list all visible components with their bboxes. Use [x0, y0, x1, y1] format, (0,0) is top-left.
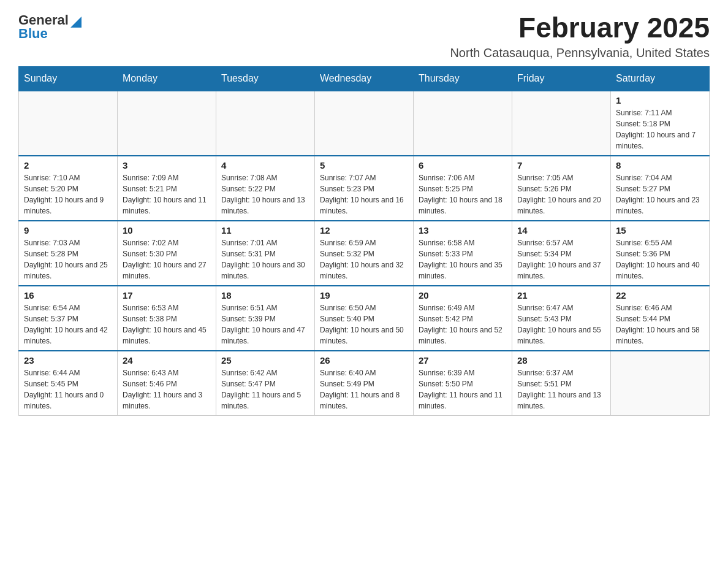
calendar-cell: 27Sunrise: 6:39 AMSunset: 5:50 PMDayligh… [414, 351, 512, 416]
logo-triangle-icon [70, 14, 82, 28]
day-info: Sunrise: 6:58 AMSunset: 5:33 PMDaylight:… [419, 237, 507, 282]
calendar-cell: 18Sunrise: 6:51 AMSunset: 5:39 PMDayligh… [216, 286, 315, 351]
month-title: February 2025 [450, 12, 710, 44]
weekday-header-tuesday: Tuesday [216, 66, 315, 91]
calendar-cell: 3Sunrise: 7:09 AMSunset: 5:21 PMDaylight… [118, 156, 216, 221]
day-info: Sunrise: 7:09 AMSunset: 5:21 PMDaylight:… [123, 172, 211, 216]
day-info: Sunrise: 6:39 AMSunset: 5:50 PMDaylight:… [419, 367, 507, 412]
day-info: Sunrise: 6:53 AMSunset: 5:38 PMDaylight:… [123, 302, 211, 347]
day-number: 13 [419, 225, 507, 236]
location-subtitle: North Catasauqua, Pennsylvania, United S… [450, 46, 710, 60]
day-number: 19 [320, 290, 408, 301]
day-number: 20 [419, 290, 507, 301]
day-info: Sunrise: 7:04 AMSunset: 5:27 PMDaylight:… [616, 172, 704, 216]
day-info: Sunrise: 6:50 AMSunset: 5:40 PMDaylight:… [320, 302, 408, 347]
day-info: Sunrise: 6:40 AMSunset: 5:49 PMDaylight:… [320, 367, 408, 412]
calendar-week-5: 23Sunrise: 6:44 AMSunset: 5:45 PMDayligh… [19, 351, 710, 416]
day-info: Sunrise: 6:43 AMSunset: 5:46 PMDaylight:… [123, 367, 211, 412]
day-number: 8 [616, 160, 704, 170]
day-number: 24 [123, 355, 211, 366]
calendar-cell: 13Sunrise: 6:58 AMSunset: 5:33 PMDayligh… [414, 221, 512, 286]
calendar-cell: 4Sunrise: 7:08 AMSunset: 5:22 PMDaylight… [216, 156, 315, 221]
day-info: Sunrise: 7:01 AMSunset: 5:31 PMDaylight:… [221, 237, 309, 282]
calendar-cell: 10Sunrise: 7:02 AMSunset: 5:30 PMDayligh… [118, 221, 216, 286]
day-info: Sunrise: 7:02 AMSunset: 5:30 PMDaylight:… [123, 237, 211, 282]
day-number: 11 [221, 225, 309, 236]
day-number: 14 [517, 225, 605, 236]
day-info: Sunrise: 6:57 AMSunset: 5:34 PMDaylight:… [517, 237, 605, 282]
calendar-cell: 25Sunrise: 6:42 AMSunset: 5:47 PMDayligh… [216, 351, 315, 416]
day-info: Sunrise: 7:03 AMSunset: 5:28 PMDaylight:… [24, 237, 112, 282]
calendar-cell: 2Sunrise: 7:10 AMSunset: 5:20 PMDaylight… [19, 156, 118, 221]
day-number: 9 [24, 225, 112, 236]
weekday-header-sunday: Sunday [19, 66, 118, 91]
calendar-week-3: 9Sunrise: 7:03 AMSunset: 5:28 PMDaylight… [19, 221, 710, 286]
day-info: Sunrise: 7:10 AMSunset: 5:20 PMDaylight:… [24, 172, 112, 216]
day-info: Sunrise: 7:08 AMSunset: 5:22 PMDaylight:… [221, 172, 309, 216]
day-info: Sunrise: 7:05 AMSunset: 5:26 PMDaylight:… [517, 172, 605, 216]
day-number: 1 [616, 95, 704, 105]
day-info: Sunrise: 7:11 AMSunset: 5:18 PMDaylight:… [616, 107, 704, 151]
title-section: February 2025 North Catasauqua, Pennsylv… [450, 12, 710, 60]
calendar-cell: 28Sunrise: 6:37 AMSunset: 5:51 PMDayligh… [512, 351, 611, 416]
day-number: 23 [24, 355, 112, 366]
calendar-header-row: SundayMondayTuesdayWednesdayThursdayFrid… [19, 66, 710, 91]
day-number: 5 [320, 160, 408, 170]
calendar-cell: 1Sunrise: 7:11 AMSunset: 5:18 PMDaylight… [611, 91, 710, 156]
calendar-week-4: 16Sunrise: 6:54 AMSunset: 5:37 PMDayligh… [19, 286, 710, 351]
day-number: 3 [123, 160, 211, 170]
day-number: 25 [221, 355, 309, 366]
day-info: Sunrise: 7:07 AMSunset: 5:23 PMDaylight:… [320, 172, 408, 216]
weekday-header-monday: Monday [118, 66, 216, 91]
calendar-week-1: 1Sunrise: 7:11 AMSunset: 5:18 PMDaylight… [19, 91, 710, 156]
day-number: 10 [123, 225, 211, 236]
day-number: 26 [320, 355, 408, 366]
weekday-header-friday: Friday [512, 66, 611, 91]
calendar-cell: 23Sunrise: 6:44 AMSunset: 5:45 PMDayligh… [19, 351, 118, 416]
logo: General Blue [18, 12, 82, 42]
calendar-cell: 24Sunrise: 6:43 AMSunset: 5:46 PMDayligh… [118, 351, 216, 416]
day-number: 4 [221, 160, 309, 170]
svg-marker-0 [70, 17, 82, 28]
day-number: 17 [123, 290, 211, 301]
day-info: Sunrise: 6:42 AMSunset: 5:47 PMDaylight:… [221, 367, 309, 412]
day-number: 22 [616, 290, 704, 301]
calendar-week-2: 2Sunrise: 7:10 AMSunset: 5:20 PMDaylight… [19, 156, 710, 221]
day-info: Sunrise: 7:06 AMSunset: 5:25 PMDaylight:… [419, 172, 507, 216]
day-info: Sunrise: 6:55 AMSunset: 5:36 PMDaylight:… [616, 237, 704, 282]
day-number: 16 [24, 290, 112, 301]
calendar-cell: 9Sunrise: 7:03 AMSunset: 5:28 PMDaylight… [19, 221, 118, 286]
calendar-cell: 8Sunrise: 7:04 AMSunset: 5:27 PMDaylight… [611, 156, 710, 221]
calendar-cell [414, 91, 512, 156]
calendar-cell [19, 91, 118, 156]
calendar-cell: 12Sunrise: 6:59 AMSunset: 5:32 PMDayligh… [315, 221, 414, 286]
calendar-cell: 21Sunrise: 6:47 AMSunset: 5:43 PMDayligh… [512, 286, 611, 351]
calendar-cell: 16Sunrise: 6:54 AMSunset: 5:37 PMDayligh… [19, 286, 118, 351]
day-info: Sunrise: 6:44 AMSunset: 5:45 PMDaylight:… [24, 367, 112, 412]
day-number: 15 [616, 225, 704, 236]
day-info: Sunrise: 6:54 AMSunset: 5:37 PMDaylight:… [24, 302, 112, 347]
logo-text-blue: Blue [18, 26, 48, 42]
calendar-cell: 7Sunrise: 7:05 AMSunset: 5:26 PMDaylight… [512, 156, 611, 221]
calendar-cell: 5Sunrise: 7:07 AMSunset: 5:23 PMDaylight… [315, 156, 414, 221]
page-header: General Blue February 2025 North Catasau… [18, 12, 710, 60]
day-number: 6 [419, 160, 507, 170]
calendar-cell: 14Sunrise: 6:57 AMSunset: 5:34 PMDayligh… [512, 221, 611, 286]
calendar-cell: 6Sunrise: 7:06 AMSunset: 5:25 PMDaylight… [414, 156, 512, 221]
day-number: 18 [221, 290, 309, 301]
calendar-cell [216, 91, 315, 156]
calendar-cell [118, 91, 216, 156]
day-info: Sunrise: 6:59 AMSunset: 5:32 PMDaylight:… [320, 237, 408, 282]
calendar-cell [512, 91, 611, 156]
calendar-cell [315, 91, 414, 156]
day-info: Sunrise: 6:46 AMSunset: 5:44 PMDaylight:… [616, 302, 704, 347]
day-number: 21 [517, 290, 605, 301]
day-number: 27 [419, 355, 507, 366]
day-info: Sunrise: 6:51 AMSunset: 5:39 PMDaylight:… [221, 302, 309, 347]
day-number: 12 [320, 225, 408, 236]
calendar-cell: 15Sunrise: 6:55 AMSunset: 5:36 PMDayligh… [611, 221, 710, 286]
calendar-cell: 26Sunrise: 6:40 AMSunset: 5:49 PMDayligh… [315, 351, 414, 416]
calendar-cell: 20Sunrise: 6:49 AMSunset: 5:42 PMDayligh… [414, 286, 512, 351]
day-number: 28 [517, 355, 605, 366]
day-info: Sunrise: 6:47 AMSunset: 5:43 PMDaylight:… [517, 302, 605, 347]
